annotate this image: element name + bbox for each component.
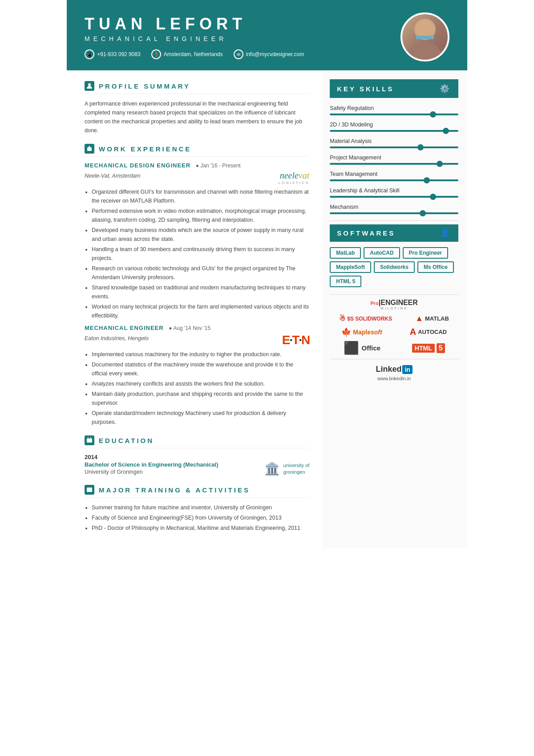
education-icon: [85, 435, 94, 445]
skill-team-dot: [424, 177, 430, 183]
bullet-item: Research on various robotic technology a…: [92, 264, 309, 282]
candidate-name: TUAN LEFORT: [85, 15, 400, 33]
svg-rect-3: [416, 36, 434, 39]
key-skills-header: KEY SKILLS ⚙️: [330, 79, 458, 98]
office-logo: ⬛ Office: [344, 341, 381, 355]
skill-safety: Safety Regulation: [330, 105, 458, 115]
bullet-item: Developed many business models which are…: [92, 226, 309, 244]
tag-autocad: AutoCAD: [364, 247, 400, 259]
matlab-logo: ▲ MATLAB: [415, 314, 449, 323]
training-section-label: MAJOR TRAINING & ACTIVITIES: [99, 486, 250, 494]
education-section-label: EDUCATION: [99, 437, 154, 444]
skill-modeling: 2D / 3D Modeling: [330, 122, 458, 132]
job1-logo-box: neelevat LOGISTICS: [279, 171, 310, 185]
linkedin-text: Linked: [376, 365, 401, 374]
skill-project-label: Project Management: [330, 154, 458, 161]
skill-material-bar: [330, 146, 458, 148]
skill-modeling-label: 2D / 3D Modeling: [330, 122, 458, 128]
job1-title: MECHANICAL DESIGN ENGINEER: [85, 162, 190, 169]
skill-modeling-bar: [330, 130, 458, 132]
header: TUAN LEFORT MECHANICAL ENGINEER 📱 +91-93…: [67, 0, 467, 70]
phone-contact: 📱 +91-933 092 9083: [85, 49, 141, 59]
divider1: [330, 220, 458, 221]
skill-mechanism-label: Mechanism: [330, 204, 458, 210]
bullet-item: Implemented various machinery for the in…: [92, 350, 309, 359]
eaton-logo: E·T·N: [282, 333, 310, 347]
edu-degree: Bachelor of Science in Engineering (Mech…: [85, 461, 218, 468]
pro-engineer-logo: Pro|ENGINEER WILDFIRE: [370, 299, 417, 310]
training-item: Faculty of Science and Engineering(FSE) …: [92, 513, 309, 522]
tag-solidworks: Solidworks: [374, 261, 415, 273]
html5-logo: HTML 5: [412, 343, 445, 353]
header-left: TUAN LEFORT MECHANICAL ENGINEER 📱 +91-93…: [85, 15, 400, 59]
job1-bullets: Organized different GUI's for transmissi…: [85, 187, 309, 320]
logo-row-3: 🍁 Maplesoft A AUTOCAD: [330, 327, 458, 337]
software-tags: MatLab AutoCAD Pro Engineer MappleSoft S…: [330, 247, 458, 287]
linkedin-in-badge: in: [402, 365, 412, 374]
svg-rect-9: [87, 488, 92, 492]
skill-leadership-dot: [430, 194, 436, 200]
skill-safety-dot: [430, 111, 436, 118]
skill-project-bar: [330, 163, 458, 165]
profile-section-label: PROFILE SUMMARY: [99, 82, 190, 90]
training-item: Summer training for future machine and i…: [92, 503, 309, 512]
job2-title: MECHANICAL ENGINEER: [85, 325, 164, 331]
training-title: MAJOR TRAINING & ACTIVITIES: [85, 485, 309, 498]
skills-list: Safety Regulation 2D / 3D Modeling Mater…: [330, 105, 458, 214]
skill-material-dot: [417, 144, 424, 150]
svg-point-1: [409, 42, 441, 61]
tag-mapplesoft: MappleSoft: [330, 261, 371, 273]
profile-photo: [400, 12, 449, 61]
skill-mechanism-dot: [420, 210, 426, 216]
neelevat-logo: neelevat LOGISTICS: [279, 171, 310, 185]
profile-summary-title: PROFILE SUMMARY: [85, 81, 309, 94]
skill-project: Project Management: [330, 154, 458, 165]
profile-icon: [85, 81, 94, 91]
job2-company-row: Eaton Industries, Hengelo E·T·N: [85, 333, 309, 347]
training-item: PhD - Doctor of Philosophy in Mechanical…: [92, 524, 309, 532]
skill-leadership: Leadership & Analytical Skill: [330, 187, 458, 198]
skill-team-bar: [330, 179, 458, 181]
user-icon: 👤: [441, 229, 451, 237]
job2-date: ● Aug '14 Nov '15: [169, 325, 210, 331]
svg-rect-6: [87, 439, 92, 443]
bullet-item: Shared knowledge based on traditional an…: [92, 283, 309, 301]
linkedin-section: Linked in: [330, 365, 458, 374]
location-contact: 📍 Amsterdam, Netherlands: [151, 49, 223, 59]
bullet-item: Handling a team of 30 members and contin…: [92, 245, 309, 263]
autocad-logo: A AUTOCAD: [410, 327, 447, 337]
skill-safety-label: Safety Regulation: [330, 105, 458, 111]
skill-team-label: Team Management: [330, 171, 458, 177]
skill-modeling-dot: [443, 128, 449, 134]
maplesoft-logo: 🍁 Maplesoft: [341, 327, 382, 337]
divider3: [330, 359, 458, 359]
training-bullets: Summer training for future machine and i…: [85, 503, 309, 532]
work-section-label: WORK EXPERIENCE: [99, 145, 191, 153]
phone-text: +91-933 092 9083: [97, 51, 141, 57]
job1-company-row: Neele-Vat, Amsterdam neelevat LOGISTICS: [85, 171, 309, 185]
uni-logo: 🏛️ university ofgroningen: [264, 461, 310, 476]
software-logos: Pro|ENGINEER WILDFIRE ☃ $S SOLIDWORKS ▲ …: [330, 299, 458, 355]
bullet-item: Analyzes machinery conflicts and assists…: [92, 379, 309, 388]
linkedin-url: www.linkedin.in: [330, 376, 458, 381]
left-column: PROFILE SUMMARY A performance driven exp…: [67, 70, 323, 548]
bullet-item: Worked on many technical projects for th…: [92, 302, 309, 320]
education-title: EDUCATION: [85, 435, 309, 448]
svg-point-4: [88, 83, 91, 86]
email-contact: ✉ info@mycvdesigner.com: [234, 49, 304, 59]
job1-date: ● Jan '16 - Present: [196, 163, 241, 169]
softwares-header: SOFTWARES 👤: [330, 224, 458, 242]
svg-point-2: [416, 20, 434, 37]
skill-leadership-bar: [330, 196, 458, 198]
location-text: Amsterdam, Netherlands: [164, 51, 223, 57]
main-content: PROFILE SUMMARY A performance driven exp…: [67, 70, 467, 548]
work-icon: [85, 144, 94, 154]
uni-crest-icon: 🏛️: [264, 461, 280, 476]
tag-matlab: MatLab: [330, 247, 361, 259]
tag-msoffice: Ms Office: [417, 261, 454, 273]
skill-mechanism-bar: [330, 212, 458, 214]
gear-icon: ⚙️: [440, 84, 451, 93]
divider2: [330, 294, 458, 295]
job2-company: Eaton Industries, Hengelo: [85, 335, 149, 341]
edu-school: University of Groningen: [85, 469, 218, 475]
